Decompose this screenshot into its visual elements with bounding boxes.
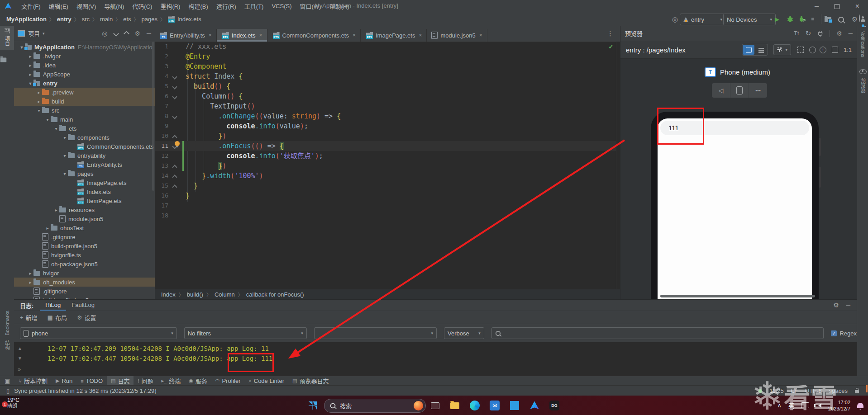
fold-marker-icon[interactable] <box>172 74 177 79</box>
chevron-right-icon[interactable]: ▸ <box>44 226 51 231</box>
log-settings-icon[interactable]: ⚙ <box>833 302 839 309</box>
zoom-ratio-label[interactable]: 1:1 <box>844 47 852 53</box>
tree-item[interactable]: ▸ohosTest <box>14 223 155 232</box>
tree-item[interactable]: .gitignore <box>14 232 155 241</box>
file-encoding[interactable]: UTF-8 <box>805 387 822 394</box>
tree-item[interactable]: module.json5 <box>14 214 155 223</box>
fit-to-window-icon[interactable] <box>832 47 838 53</box>
tree-item[interactable]: ▾components <box>14 133 155 142</box>
editor-tab[interactable]: module.json5× <box>427 29 487 42</box>
hidden-icons-chevron[interactable]: ∧ <box>777 402 782 409</box>
expand-icon[interactable]: » <box>18 366 21 373</box>
tree-item[interactable]: oh-package.json5 <box>14 259 155 269</box>
tree-item[interactable]: hvigorfile.ts <box>14 250 155 259</box>
close-tab-icon[interactable]: × <box>209 32 212 38</box>
tab-options-kebab-icon[interactable]: ⋮ <box>607 29 614 38</box>
taskbar-icon-edge[interactable] <box>469 400 481 411</box>
close-tab-icon[interactable]: × <box>479 32 482 38</box>
device-file-browser-icon[interactable] <box>825 17 831 22</box>
plug-icon[interactable] <box>817 30 823 37</box>
project-panel-title[interactable]: 项目 <box>28 29 40 38</box>
editor-tab[interactable]: ETSCommonComponents.ets× <box>267 29 361 42</box>
chevron-down-icon[interactable]: ▾ <box>36 108 42 113</box>
speaker-icon[interactable] <box>816 403 821 408</box>
tool-tab-问题[interactable]: !问题 <box>134 376 157 386</box>
chevron-right-icon[interactable]: ▸ <box>27 72 33 77</box>
menu-item[interactable]: 运行(R) <box>212 2 240 10</box>
tree-item[interactable]: TSEntryAbility.ts <box>14 160 155 169</box>
indent-style[interactable]: spaces <box>829 387 848 394</box>
line-ending[interactable]: LF <box>791 387 798 394</box>
tree-item[interactable]: ▸resources <box>14 205 155 214</box>
run-config-select[interactable]: entry ▾ <box>680 14 726 25</box>
notifications-tab-label[interactable]: Notifications <box>860 30 866 57</box>
fold-marker-icon[interactable] <box>172 114 177 119</box>
regex-checkbox[interactable]: ✓ Regex <box>831 330 857 337</box>
project-tree-scrollbar[interactable] <box>152 42 154 191</box>
code-editor[interactable]: TSEntryAbility.ts×ETSIndex.ets×ETSCommon… <box>155 26 620 299</box>
weather-widget[interactable]: 1 19°C晴朗 <box>4 397 19 409</box>
account-avatar[interactable] <box>859 14 860 22</box>
font-settings-icon[interactable]: Tt <box>794 30 799 37</box>
breadcrumb-item[interactable]: src <box>81 16 91 23</box>
tree-item[interactable]: ▾entryability <box>14 151 155 160</box>
tree-item[interactable]: ▸.idea <box>14 61 155 70</box>
log-toolbar-grid[interactable]: ▦布局 <box>48 313 67 322</box>
menu-item[interactable]: 导航(N) <box>100 2 128 10</box>
tree-item[interactable]: ETSItemPage.ets <box>14 196 155 205</box>
chevron-right-icon[interactable]: ▸ <box>36 90 42 95</box>
editor-breadcrumb-item[interactable]: callback for onFocus() <box>246 291 304 298</box>
breadcrumb-item[interactable]: main <box>99 16 114 23</box>
log-level-select[interactable]: Verbose ▾ <box>444 327 484 339</box>
chevron-right-icon[interactable]: ▸ <box>27 54 33 59</box>
tree-item[interactable]: ▾entry <box>14 79 155 88</box>
layers-toggle[interactable] <box>755 45 767 55</box>
breadcrumb-item[interactable]: Index.ets <box>176 16 202 23</box>
tree-item[interactable]: build-profile.json5 <box>14 296 155 299</box>
editor-breadcrumb-item[interactable]: Index <box>161 291 176 298</box>
zoom-out-icon[interactable]: − <box>809 47 816 53</box>
input-language[interactable]: 英 <box>788 401 794 410</box>
tool-tab-服务[interactable]: ◉服务 <box>185 376 211 386</box>
tree-item[interactable]: ▾pages <box>14 169 155 178</box>
tool-tab-预览器日志[interactable]: ▤预览器日志 <box>288 376 333 386</box>
cast-icon[interactable] <box>801 402 809 408</box>
hide-panel-icon[interactable]: ─ <box>147 30 151 37</box>
tree-item[interactable]: ▸build <box>14 97 155 106</box>
editor-tab[interactable]: TSEntryAbility.ts× <box>155 29 217 42</box>
log-filter-select[interactable]: No filters ▾ <box>184 327 307 339</box>
chevron-down-icon[interactable]: ▾ <box>44 117 51 122</box>
frame-bounds-icon[interactable] <box>797 47 804 53</box>
breadcrumb-item[interactable]: ets <box>122 16 132 23</box>
tree-item[interactable]: ▸.preview <box>14 88 155 97</box>
log-process-select[interactable]: ▾ <box>314 327 437 339</box>
bookmarks-tab-label[interactable]: Bookmarks <box>5 311 10 335</box>
taskbar-icon-explorer[interactable] <box>449 400 461 411</box>
profile-icon[interactable] <box>798 15 806 23</box>
tree-item[interactable]: ETSImagePage.ets <box>14 178 155 187</box>
chevron-right-icon[interactable]: ▸ <box>53 208 59 212</box>
scroll-up-icon[interactable]: ▲ <box>18 346 22 351</box>
close-tab-icon[interactable]: × <box>353 32 356 38</box>
previewer-eye-icon[interactable] <box>859 69 867 74</box>
tree-item[interactable]: .gitignore <box>14 287 155 296</box>
component-preview-toggle[interactable] <box>743 45 754 55</box>
maximize-window-button[interactable] <box>827 0 847 12</box>
run-button[interactable]: ▶ <box>775 16 779 23</box>
more-options-button[interactable]: ••• <box>749 83 767 98</box>
locate-file-icon[interactable]: ◎ <box>102 30 107 37</box>
menu-item[interactable]: 构建(B) <box>184 2 212 10</box>
breadcrumb-item[interactable]: MyApplication <box>5 16 48 23</box>
previewer-tab-label[interactable]: 预览器 <box>859 78 867 93</box>
project-tool-tab[interactable]: 项目 <box>0 26 14 50</box>
tree-item[interactable]: ▸.hvigor <box>14 52 155 61</box>
tree-item[interactable]: ▸AppScope <box>14 70 155 79</box>
log-toolbar-plus[interactable]: +新增 <box>20 313 38 322</box>
debug-icon[interactable] <box>787 15 794 23</box>
tree-item[interactable]: ▸oh_modules <box>14 278 155 287</box>
tree-item[interactable]: build-profile.json5 <box>14 241 155 250</box>
chevron-right-icon[interactable]: ▸ <box>36 99 42 104</box>
tool-tab-code-linter[interactable]: ⌕Code Linter <box>245 376 288 386</box>
fold-marker-icon[interactable] <box>172 174 177 179</box>
start-button[interactable] <box>307 400 319 411</box>
